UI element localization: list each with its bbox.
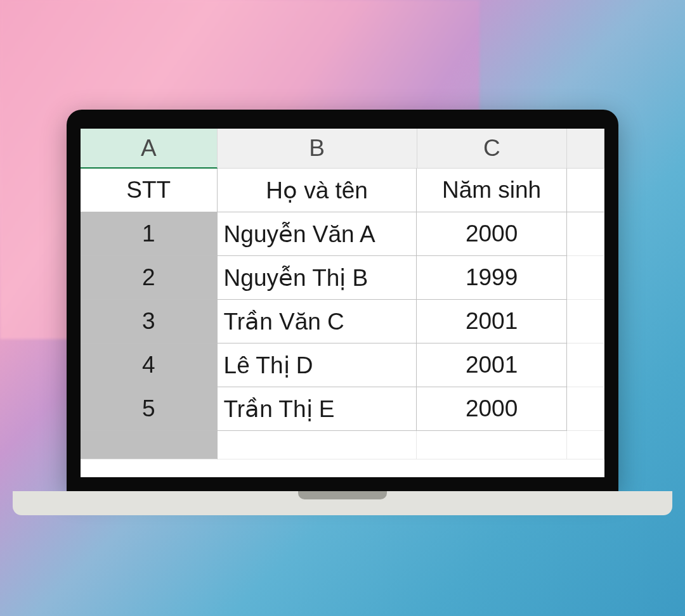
cell-stt[interactable]: 2 <box>81 256 218 300</box>
table-row: 1 Nguyễn Văn A 2000 <box>81 212 604 256</box>
cell-empty[interactable] <box>567 256 604 300</box>
cell-empty[interactable] <box>567 387 604 431</box>
spreadsheet: A B C STT Họ và tên Năm sinh 1 Nguyễn Vă… <box>81 129 604 477</box>
table-header-row: STT Họ và tên Năm sinh <box>81 169 604 212</box>
cell-year[interactable]: 2000 <box>417 387 566 431</box>
column-header-blank[interactable] <box>567 129 604 169</box>
cell-empty[interactable] <box>218 431 417 459</box>
cell-year[interactable]: 2001 <box>417 300 566 343</box>
cell-empty[interactable] <box>567 212 604 256</box>
laptop-screen: A B C STT Họ và tên Năm sinh 1 Nguyễn Vă… <box>81 129 604 477</box>
cell-stt[interactable]: 1 <box>81 212 218 256</box>
cell-empty[interactable] <box>417 431 566 459</box>
cell-name[interactable]: Nguyễn Văn A <box>218 212 417 256</box>
cell-stt[interactable]: 5 <box>81 387 218 431</box>
cell-stt[interactable]: 3 <box>81 300 218 343</box>
laptop-base <box>13 491 672 515</box>
header-stt[interactable]: STT <box>81 169 218 212</box>
cell-name[interactable]: Lê Thị D <box>218 343 417 387</box>
cell-empty[interactable] <box>567 431 604 459</box>
cell-empty[interactable] <box>567 343 604 387</box>
column-header-b[interactable]: B <box>218 129 417 169</box>
cell-year[interactable]: 2000 <box>417 212 566 256</box>
column-header-a[interactable]: A <box>81 129 218 169</box>
cell-name[interactable]: Trần Văn C <box>218 300 417 343</box>
laptop-frame: A B C STT Họ và tên Năm sinh 1 Nguyễn Vă… <box>67 110 618 491</box>
cell-year[interactable]: 2001 <box>417 343 566 387</box>
table-row: 2 Nguyễn Thị B 1999 <box>81 256 604 300</box>
cell-year[interactable]: 1999 <box>417 256 566 300</box>
table-row: 3 Trần Văn C 2001 <box>81 300 604 343</box>
column-headers-row: A B C <box>81 129 604 169</box>
cell-name[interactable]: Trần Thị E <box>218 387 417 431</box>
table-row: 4 Lê Thị D 2001 <box>81 343 604 387</box>
cell-stt[interactable]: 4 <box>81 343 218 387</box>
laptop-notch <box>298 491 387 499</box>
header-year[interactable]: Năm sinh <box>417 169 566 212</box>
table-row-empty <box>81 431 604 459</box>
column-header-c[interactable]: C <box>417 129 567 169</box>
cell-name[interactable]: Nguyễn Thị B <box>218 256 417 300</box>
cell-empty[interactable] <box>567 300 604 343</box>
cell-empty[interactable] <box>567 169 604 212</box>
cell-empty[interactable] <box>81 431 218 459</box>
laptop-mockup: A B C STT Họ và tên Năm sinh 1 Nguyễn Vă… <box>13 110 672 515</box>
table-row: 5 Trần Thị E 2000 <box>81 387 604 431</box>
header-name[interactable]: Họ và tên <box>218 169 417 212</box>
